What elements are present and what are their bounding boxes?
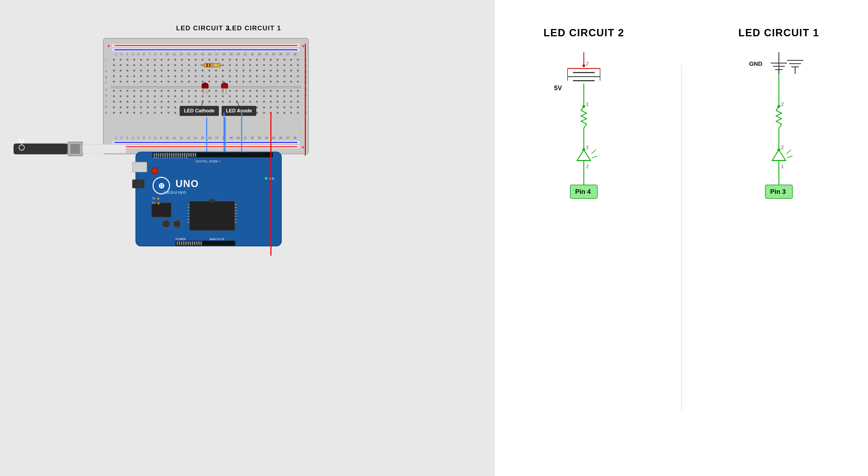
svg-point-26: [583, 64, 585, 67]
breadboard-dot: [215, 59, 217, 61]
breadboard-dot: [270, 95, 272, 97]
breadboard-dot: [188, 75, 190, 77]
breadboard-dot: [236, 70, 238, 71]
pin: [186, 153, 187, 157]
breadboard-dot: [181, 59, 183, 61]
led-anode: [220, 81, 229, 94]
breadboard-dot: [126, 106, 128, 108]
breadboard-dot: [195, 59, 197, 61]
breadboard-dot: [290, 59, 292, 61]
svg-rect-24: [83, 145, 126, 153]
breadboard-dot: [256, 90, 258, 92]
breadboard-dot: [208, 75, 210, 77]
arduino-section: A G 1 1 1 9 8 7 6 5 4 3 2 T T R: [135, 152, 287, 249]
main-ic-chip: [189, 201, 235, 231]
digital-pwm-label: DIGITAL (PWM~): [196, 160, 221, 163]
breadboard-dot: [154, 90, 156, 92]
breadboard-dot: [277, 75, 279, 77]
usb-cable-svg: [13, 133, 127, 165]
breadboard-dot: [120, 64, 122, 66]
breadboard-dot: [195, 101, 197, 103]
breadboard-dot: [290, 112, 292, 114]
breadboard-dot: [147, 81, 149, 83]
breadboard-dot: [174, 106, 176, 108]
breadboard-dot: [263, 101, 265, 103]
breadboard-dot: [181, 95, 183, 97]
circuit1-gnd-label: GND: [749, 60, 762, 67]
ic-pins-left: [187, 204, 190, 223]
breadboard-dot: [147, 70, 149, 71]
circuit2-section: LED CIRCUIT 2 5V: [535, 22, 632, 236]
circuit-divider: [681, 65, 682, 411]
breadboard-dot: [161, 101, 162, 103]
breadboard-dot: [181, 101, 183, 103]
breadboard-dot: [243, 70, 244, 71]
breadboard-dot: [188, 59, 190, 61]
small-ic-chip: [151, 202, 172, 217]
svg-rect-23: [70, 144, 80, 154]
breadboard-dot: [222, 95, 224, 97]
breadboard-dot: [133, 64, 135, 66]
breadboard-dot: [120, 112, 122, 114]
breadboard-dot: [113, 90, 115, 92]
breadboard-dot: [263, 112, 265, 114]
breadboard-dot: [297, 70, 299, 71]
breadboard-dot: [195, 95, 197, 97]
breadboard-dot: [208, 95, 210, 97]
svg-line-67: [786, 150, 791, 154]
breadboard-dot: [215, 70, 217, 71]
breadboard-dot: [263, 90, 265, 92]
breadboard-dot: [283, 112, 285, 114]
breadboard-dot: [243, 90, 244, 92]
breadboard-dot: [283, 64, 285, 66]
analog-pins-header: [176, 241, 235, 246]
breadboard-dot: [113, 112, 115, 114]
pin: [158, 153, 159, 157]
breadboard-dot: [147, 59, 149, 61]
pin: [154, 153, 155, 157]
breadboard-dot: [236, 81, 238, 83]
breadboard-dot: [120, 59, 122, 61]
breadboard-dot: [202, 95, 204, 97]
breadboard-dot: [290, 90, 292, 92]
breadboard-dot: [229, 95, 231, 97]
breadboard-dot: [297, 112, 299, 114]
col-numbers-top: 1234567891011121314151617181920212223242…: [113, 53, 299, 56]
breadboard-dot: [120, 106, 122, 108]
breadboard-dot: [161, 95, 162, 97]
breadboard-dot: [256, 64, 258, 66]
breadboard-dot: [113, 70, 115, 71]
breadboard-dot: [243, 81, 244, 83]
svg-line-44: [591, 150, 596, 154]
breadboard-dot: [256, 95, 258, 97]
breadboard-dot: [202, 75, 204, 77]
breadboard-dot: [140, 95, 142, 97]
breadboard-dot: [133, 81, 135, 83]
breadboard-dot: [229, 70, 231, 71]
breadboard-dot: [256, 70, 258, 71]
breadboard-dot: [147, 75, 149, 77]
breadboard-dot: [188, 81, 190, 83]
breadboard-dot: [126, 81, 128, 83]
breadboard-dot: [215, 101, 217, 103]
breadboard-dot: [277, 70, 279, 71]
breadboard-dot: [120, 81, 122, 83]
page: LED CIRCUIT 2 LED CIRCUIT 1 + + 12345678…: [0, 0, 868, 476]
breadboard-dot: [174, 64, 176, 66]
breadboard-dot: [174, 90, 176, 92]
breadboard-dot: [249, 70, 251, 71]
breadboard-dot: [229, 101, 231, 103]
breadboard-dot: [161, 112, 162, 114]
breadboard-dot: [126, 90, 128, 92]
breadboard-dot: [167, 81, 169, 83]
breadboard-dot: [154, 81, 156, 83]
breadboard-dot: [140, 59, 142, 61]
arduino-brand-label: ARDUINO: [163, 190, 187, 195]
breadboard-dot: [188, 101, 190, 103]
breadboard-dot: [140, 75, 142, 77]
pin: [180, 153, 181, 157]
breadboard-dot: [188, 70, 190, 71]
svg-marker-41: [577, 150, 591, 161]
power-label: POWER: [176, 238, 186, 241]
breadboard-dot: [215, 75, 217, 77]
